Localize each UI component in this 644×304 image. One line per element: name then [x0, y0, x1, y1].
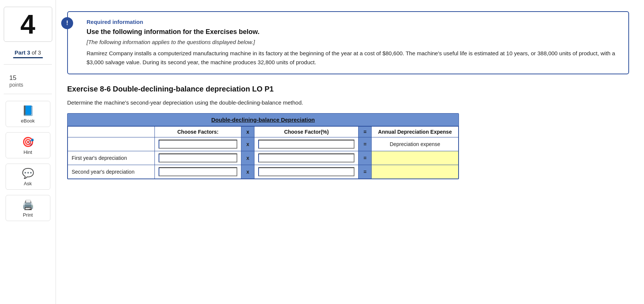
sidebar-divider-1 — [4, 64, 52, 65]
th-choose-factors: Choose Factors: — [154, 127, 241, 137]
row1-choose-factors-cell[interactable] — [154, 151, 241, 165]
row2-choose-factor-pct-input[interactable] — [258, 167, 354, 176]
row2-annual-dep[interactable] — [372, 165, 459, 179]
table-title: Double-declining-balance Depreciation — [68, 114, 459, 126]
info-box: ! Required information Use the following… — [67, 11, 629, 74]
table-row: First year's depreciation x = — [68, 151, 459, 165]
exercise-title: Exercise 8-6 Double-declining-balance de… — [67, 85, 629, 93]
th-choose-factor-pct: Choose Factor(%) — [254, 127, 359, 137]
row0-choose-factors-input[interactable] — [159, 140, 238, 149]
required-label: Required information — [87, 19, 619, 25]
question-number: 4 — [4, 7, 52, 42]
print-icon: 🖨️ — [22, 199, 34, 211]
row1-annual-dep[interactable] — [372, 151, 459, 165]
row2-x: x — [241, 165, 254, 179]
ebook-button[interactable]: 📘 eBook — [6, 101, 50, 127]
row0-label — [68, 137, 155, 151]
points-section: 15 points — [4, 74, 52, 88]
th-annual-dep: Annual Depreciation Expense — [372, 127, 459, 137]
print-button[interactable]: 🖨️ Print — [6, 195, 50, 221]
info-italic: [The following information applies to th… — [87, 39, 619, 45]
row1-choose-factors-input[interactable] — [159, 153, 238, 162]
sidebar-divider-2 — [4, 94, 52, 94]
row1-label: First year's depreciation — [68, 151, 155, 165]
part-label: Part 3 of 3 — [13, 49, 43, 58]
table-row: Second year's depreciation x = — [68, 165, 459, 179]
row2-choose-factors-cell[interactable] — [154, 165, 241, 179]
exercise-description: Determine the machine's second-year depr… — [67, 99, 629, 106]
ask-label: Ask — [24, 181, 32, 186]
row1-choose-factor-pct-cell[interactable] — [254, 151, 359, 165]
row1-choose-factor-pct-input[interactable] — [258, 153, 354, 162]
row2-choose-factors-input[interactable] — [159, 167, 238, 176]
hint-label: Hint — [24, 149, 32, 155]
row2-label: Second year's depreciation — [68, 165, 155, 179]
ebook-icon: 📘 — [22, 105, 34, 117]
sidebar: 4 Part 3 of 3 15 points 📘 eBook 🎯 Hint 💬… — [0, 0, 56, 304]
points-number: 15 — [9, 74, 52, 82]
part-underline — [13, 57, 43, 58]
info-title: Use the following information for the Ex… — [87, 28, 619, 36]
row0-eq: = — [359, 137, 372, 151]
depreciation-table: Choose Factors: x Choose Factor(%) = Ann… — [68, 126, 459, 179]
th-label — [68, 127, 155, 137]
info-body: Ramirez Company installs a computerized … — [87, 49, 619, 67]
table-header-row: Choose Factors: x Choose Factor(%) = Ann… — [68, 127, 459, 137]
ask-icon: 💬 — [22, 168, 34, 179]
print-label: Print — [23, 212, 33, 218]
hint-icon: 🎯 — [22, 136, 34, 148]
table-row: x = Depreciation expense — [68, 137, 459, 151]
row0-choose-factors-cell[interactable] — [154, 137, 241, 151]
row0-x: x — [241, 137, 254, 151]
row2-choose-factor-pct-cell[interactable] — [254, 165, 359, 179]
row1-annual-dep-input[interactable] — [375, 154, 454, 162]
th-x: x — [241, 127, 254, 137]
alert-icon: ! — [61, 17, 73, 29]
row1-eq: = — [359, 151, 372, 165]
main-content: ! Required information Use the following… — [56, 0, 644, 304]
ask-button[interactable]: 💬 Ask — [6, 164, 50, 190]
row2-annual-dep-input[interactable] — [375, 168, 454, 176]
row2-eq: = — [359, 165, 372, 179]
ebook-label: eBook — [21, 118, 35, 124]
points-label: points — [9, 82, 52, 88]
row0-annual-dep: Depreciation expense — [372, 137, 459, 151]
part-of: of 3 — [32, 49, 41, 56]
row0-choose-factor-pct-cell[interactable] — [254, 137, 359, 151]
hint-button[interactable]: 🎯 Hint — [6, 132, 50, 158]
depreciation-table-wrapper: Double-declining-balance Depreciation Ch… — [67, 113, 459, 179]
part-bold: Part 3 — [15, 49, 30, 56]
row0-choose-factor-pct-input[interactable] — [258, 140, 354, 149]
th-eq: = — [359, 127, 372, 137]
row1-x: x — [241, 151, 254, 165]
